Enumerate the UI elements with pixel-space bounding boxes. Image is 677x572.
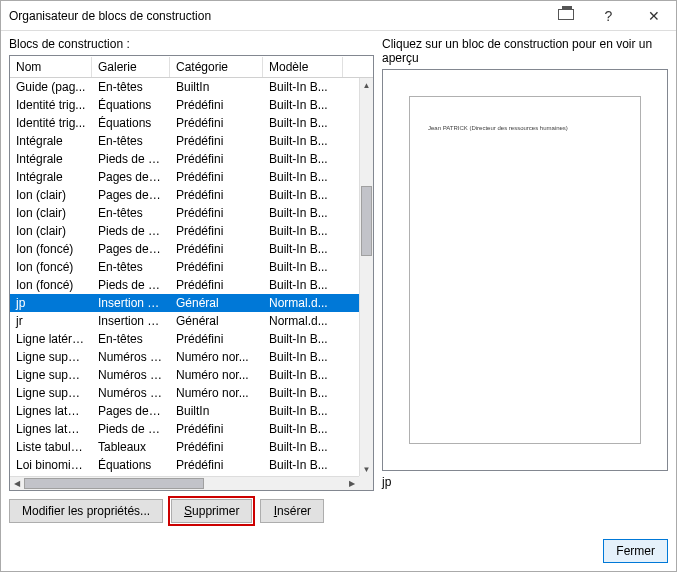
cell-gal: Numéros d... — [92, 350, 170, 364]
horizontal-scroll-thumb[interactable] — [24, 478, 204, 489]
cell-nom: Lignes latér... — [10, 404, 92, 418]
preview-name: jp — [382, 475, 668, 491]
cell-nom: Lignes latér... — [10, 422, 92, 436]
cell-gal: Tableaux — [92, 440, 170, 454]
ribbon-icon[interactable] — [550, 9, 586, 23]
help-button[interactable]: ? — [586, 1, 631, 30]
building-blocks-table: Nom Galerie Catégorie Modèle Guide (pag.… — [9, 55, 374, 491]
cell-mod: Built-In B... — [263, 350, 343, 364]
horizontal-scrollbar[interactable]: ◀ ▶ — [10, 476, 359, 490]
cell-cat: Prédéfini — [170, 458, 263, 472]
cell-mod: Built-In B... — [263, 116, 343, 130]
table-row[interactable]: Ligne supér...Numéros d...Numéro nor...B… — [10, 384, 359, 402]
page-preview: Jean PATRICK (Directeur des ressources h… — [409, 96, 641, 444]
cell-nom: Ligne latérale — [10, 332, 92, 346]
col-header-galerie[interactable]: Galerie — [92, 57, 170, 77]
cell-mod: Built-In B... — [263, 368, 343, 382]
cell-cat: Général — [170, 296, 263, 310]
table-row[interactable]: Ligne supér...Numéros d...Numéro nor...B… — [10, 348, 359, 366]
delete-button[interactable]: Supprimer — [171, 499, 252, 523]
cell-mod: Built-In B... — [263, 458, 343, 472]
cell-cat: BuiltIn — [170, 80, 263, 94]
cell-mod: Normal.d... — [263, 296, 343, 310]
scroll-down-arrow[interactable]: ▼ — [360, 462, 373, 476]
table-row[interactable]: IntégralePages de g...PrédéfiniBuilt-In … — [10, 168, 359, 186]
cell-mod: Built-In B... — [263, 80, 343, 94]
cell-nom: Ion (foncé) — [10, 260, 92, 274]
table-row[interactable]: IntégraleEn-têtesPrédéfiniBuilt-In B... — [10, 132, 359, 150]
cell-nom: Ligne supér... — [10, 368, 92, 382]
col-header-categorie[interactable]: Catégorie — [170, 57, 263, 77]
cell-nom: Ligne supér... — [10, 350, 92, 364]
cell-nom: jr — [10, 314, 92, 328]
col-header-modele[interactable]: Modèle — [263, 57, 343, 77]
cell-mod: Built-In B... — [263, 206, 343, 220]
right-label: Cliquez sur un bloc de construction pour… — [382, 37, 668, 65]
cell-gal: En-têtes — [92, 80, 170, 94]
table-row[interactable]: Identité trig...ÉquationsPrédéfiniBuilt-… — [10, 114, 359, 132]
cell-gal: Pieds de p... — [92, 152, 170, 166]
cell-mod: Built-In B... — [263, 404, 343, 418]
table-row[interactable]: Lignes latér...Pages de g...BuiltInBuilt… — [10, 402, 359, 420]
cell-cat: Prédéfini — [170, 440, 263, 454]
cell-gal: Numéros d... — [92, 386, 170, 400]
table-row[interactable]: Guide (pag...En-têtesBuiltInBuilt-In B..… — [10, 78, 359, 96]
cell-nom: Ion (foncé) — [10, 242, 92, 256]
cell-cat: BuiltIn — [170, 404, 263, 418]
table-row[interactable]: Ligne latéraleEn-têtesPrédéfiniBuilt-In … — [10, 330, 359, 348]
table-row[interactable]: IntégralePieds de p...PrédéfiniBuilt-In … — [10, 150, 359, 168]
cell-mod: Built-In B... — [263, 242, 343, 256]
scroll-left-arrow[interactable]: ◀ — [10, 477, 24, 490]
table-row[interactable]: Loi binomialeÉquationsPrédéfiniBuilt-In … — [10, 456, 359, 474]
cell-nom: Intégrale — [10, 170, 92, 184]
cell-nom: Ion (clair) — [10, 206, 92, 220]
cell-gal: Insertion a... — [92, 296, 170, 310]
scroll-right-arrow[interactable]: ▶ — [345, 477, 359, 490]
cell-nom: Ion (clair) — [10, 188, 92, 202]
cell-mod: Built-In B... — [263, 386, 343, 400]
vertical-scrollbar[interactable]: ▲ ▼ — [359, 78, 373, 476]
button-row: Modifier les propriétés... Supprimer Ins… — [1, 491, 676, 531]
table-row[interactable]: Ion (foncé)Pages de g...PrédéfiniBuilt-I… — [10, 240, 359, 258]
table-row[interactable]: Ion (foncé)Pieds de p...PrédéfiniBuilt-I… — [10, 276, 359, 294]
close-icon[interactable]: ✕ — [631, 1, 676, 30]
table-row[interactable]: Ion (clair)Pieds de p...PrédéfiniBuilt-I… — [10, 222, 359, 240]
cell-cat: Général — [170, 314, 263, 328]
cell-cat: Numéro nor... — [170, 368, 263, 382]
cell-gal: Équations — [92, 98, 170, 112]
cell-gal: Pieds de p... — [92, 224, 170, 238]
cell-gal: Insertion a... — [92, 314, 170, 328]
cell-nom: Intégrale — [10, 152, 92, 166]
table-row[interactable]: jrInsertion a...GénéralNormal.d... — [10, 312, 359, 330]
table-row[interactable]: Identité trig...ÉquationsPrédéfiniBuilt-… — [10, 96, 359, 114]
cell-mod: Built-In B... — [263, 152, 343, 166]
modify-properties-button[interactable]: Modifier les propriétés... — [9, 499, 163, 523]
scroll-up-arrow[interactable]: ▲ — [360, 78, 373, 92]
cell-cat: Prédéfini — [170, 242, 263, 256]
table-row[interactable]: Ligne supér...Numéros d...Numéro nor...B… — [10, 366, 359, 384]
cell-gal: En-têtes — [92, 260, 170, 274]
cell-nom: Ligne supér... — [10, 386, 92, 400]
close-button[interactable]: Fermer — [603, 539, 668, 563]
cell-cat: Prédéfini — [170, 278, 263, 292]
cell-cat: Numéro nor... — [170, 350, 263, 364]
cell-nom: Guide (pag... — [10, 80, 92, 94]
cell-nom: Identité trig... — [10, 116, 92, 130]
cell-mod: Built-In B... — [263, 332, 343, 346]
table-row[interactable]: Ion (clair)Pages de g...PrédéfiniBuilt-I… — [10, 186, 359, 204]
table-row[interactable]: jpInsertion a...GénéralNormal.d... — [10, 294, 359, 312]
col-header-nom[interactable]: Nom — [10, 57, 92, 77]
preview-pane: Jean PATRICK (Directeur des ressources h… — [382, 69, 668, 471]
cell-gal: Pages de g... — [92, 188, 170, 202]
cell-mod: Built-In B... — [263, 260, 343, 274]
vertical-scroll-thumb[interactable] — [361, 186, 372, 256]
table-row[interactable]: Lignes latér...Pieds de p...PrédéfiniBui… — [10, 420, 359, 438]
table-row[interactable]: Ion (clair)En-têtesPrédéfiniBuilt-In B..… — [10, 204, 359, 222]
cell-gal: Pieds de p... — [92, 278, 170, 292]
cell-cat: Prédéfini — [170, 134, 263, 148]
titlebar: Organisateur de blocs de construction ? … — [1, 1, 676, 31]
insert-button[interactable]: Insérer — [260, 499, 324, 523]
table-row[interactable]: Liste tabulai...TableauxPrédéfiniBuilt-I… — [10, 438, 359, 456]
left-label: Blocs de construction : — [9, 37, 374, 51]
table-row[interactable]: Ion (foncé)En-têtesPrédéfiniBuilt-In B..… — [10, 258, 359, 276]
